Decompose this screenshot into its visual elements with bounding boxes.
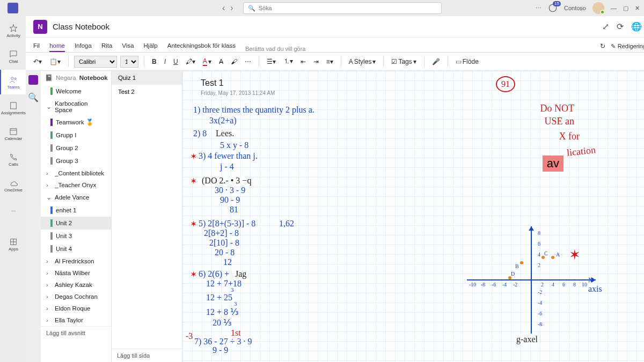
global-search[interactable]: 🔍 bbox=[243, 2, 442, 14]
user-avatar[interactable] bbox=[592, 2, 604, 14]
typed-q2[interactable]: Lees. bbox=[215, 129, 235, 138]
font-color-button[interactable]: A▾ bbox=[201, 56, 214, 68]
tags-button[interactable]: ☑ Tags▾ bbox=[389, 56, 418, 67]
section-unit2[interactable]: Unit 2 bbox=[41, 217, 111, 230]
section-group3[interactable]: Group 3 bbox=[41, 154, 111, 167]
ink-q6d: 12 + 25 bbox=[206, 293, 232, 302]
group-student-3[interactable]: ›Degas Cochran bbox=[41, 291, 111, 302]
sync-icon[interactable]: ↻ bbox=[600, 42, 605, 50]
align-button[interactable]: ≡▾ bbox=[324, 56, 335, 67]
close-window-icon[interactable]: ✕ bbox=[635, 5, 640, 12]
ink-q5b: 2[8+2] - 8 bbox=[204, 228, 239, 238]
add-section-button[interactable]: Lägg till avsnitt bbox=[41, 326, 111, 339]
svg-text:8: 8 bbox=[573, 282, 576, 287]
flow-button[interactable]: ▭ Flöde bbox=[453, 56, 481, 67]
rail-apps[interactable]: Apps bbox=[0, 232, 26, 256]
clear-format-button[interactable]: A̶ bbox=[217, 56, 225, 67]
dictate-button[interactable]: 🎤 bbox=[430, 56, 442, 67]
group-karbocation[interactable]: ⌄Karbocation Space bbox=[41, 98, 111, 116]
rail-calendar[interactable]: Calendar bbox=[0, 121, 26, 146]
typed-q4[interactable]: (DO 2.- • 3 −q bbox=[201, 176, 252, 186]
editing-mode-button[interactable]: ✎ Redigering bbox=[611, 43, 644, 50]
clipboard-button[interactable]: 📋▾ bbox=[47, 56, 63, 67]
more-font-button[interactable]: ⋯ bbox=[243, 56, 253, 67]
highlight-button[interactable]: 🖍▾ bbox=[184, 56, 197, 67]
ink-q6g: 20 ⅓ bbox=[213, 317, 232, 328]
forward-icon[interactable]: › bbox=[230, 3, 233, 13]
rail-calls[interactable]: Calls bbox=[0, 147, 26, 172]
rail-assignments[interactable]: Assignments bbox=[0, 95, 26, 120]
maximize-icon[interactable]: ▢ bbox=[623, 5, 628, 12]
tab-help[interactable]: Hjälp bbox=[144, 42, 158, 52]
cross-icon-4: ✶ bbox=[190, 269, 197, 279]
svg-text:-4: -4 bbox=[502, 282, 507, 287]
refresh-icon[interactable]: ⟳ bbox=[617, 21, 624, 32]
tab-home[interactable]: home bbox=[49, 42, 65, 52]
tab-classnotebook[interactable]: Anteckningsbok för klass bbox=[167, 42, 236, 52]
section-group2[interactable]: Group 2 bbox=[41, 142, 111, 154]
highlight-text[interactable]: av bbox=[543, 156, 564, 172]
section-teamwork[interactable]: Teamwork 🏅 bbox=[41, 116, 111, 129]
typed-q6[interactable]: Jag bbox=[234, 269, 247, 279]
group-student-1[interactable]: ›Nästa Wilber bbox=[41, 267, 111, 279]
section-welcome[interactable]: Welcome bbox=[41, 85, 111, 98]
rail-chat[interactable]: Chat bbox=[0, 44, 26, 69]
undo-button[interactable]: ↶▾ bbox=[31, 56, 44, 67]
section-unit3[interactable]: Unit 3 bbox=[41, 230, 111, 242]
search-icon: 🔍 bbox=[248, 5, 255, 12]
tab-view[interactable]: Visa bbox=[122, 42, 134, 52]
rail-teams[interactable]: Teams bbox=[0, 70, 26, 94]
tell-me[interactable]: Berätta vad du vill göra bbox=[245, 46, 306, 52]
group-student-0[interactable]: ›Al Fredrickson bbox=[41, 255, 111, 267]
teams-logo-icon bbox=[8, 3, 18, 13]
gaxis-label: g-axel bbox=[515, 335, 539, 344]
tab-draw[interactable]: Rita bbox=[101, 42, 112, 52]
rail-onedrive[interactable]: OneDrive bbox=[0, 173, 26, 197]
rail-more[interactable]: ⋯ bbox=[0, 198, 26, 223]
font-size-select[interactable]: 17 bbox=[120, 56, 138, 68]
svg-text:C: C bbox=[544, 250, 548, 256]
notifications-icon[interactable]: 15 bbox=[548, 3, 558, 13]
search-input[interactable] bbox=[259, 5, 437, 11]
tab-insert[interactable]: Infoga bbox=[75, 42, 92, 52]
more-icon[interactable]: ⋯ bbox=[536, 5, 541, 12]
add-page-button[interactable]: Lägg till sida bbox=[112, 349, 182, 362]
svg-point-1 bbox=[11, 77, 14, 79]
section-unit1[interactable]: enhet 1 bbox=[41, 204, 111, 217]
page-quiz1[interactable]: Quiz 1 bbox=[112, 71, 182, 85]
page-test2[interactable]: Test 2 bbox=[112, 85, 182, 99]
group-student-5[interactable]: ›Ella Taylor bbox=[41, 314, 111, 326]
bold-button[interactable]: B bbox=[150, 56, 159, 67]
notebook-selector[interactable]: 📓 Negara Notebook bbox=[41, 71, 111, 85]
svg-text:A: A bbox=[556, 252, 560, 257]
popout-icon[interactable]: ⤢ bbox=[602, 21, 609, 32]
outdent-button[interactable]: ⇤ bbox=[298, 56, 308, 67]
group-teacher[interactable]: ›_Teacher Onyx bbox=[41, 179, 111, 191]
svg-point-30 bbox=[520, 261, 523, 264]
rail-activity[interactable]: Activity bbox=[0, 18, 26, 43]
notification-count: 15 bbox=[553, 1, 561, 6]
globe-icon[interactable]: 🌐 bbox=[631, 21, 642, 32]
group-student-2[interactable]: ›Ashley Kazak bbox=[41, 279, 111, 291]
styles-button[interactable]: A Styles▾ bbox=[347, 56, 378, 67]
font-family-select[interactable]: Calibri bbox=[74, 56, 117, 68]
group-adele[interactable]: ⌄Adele Vance bbox=[41, 191, 111, 204]
page-canvas[interactable]: Test 1 Friday, May 17, 2013 11:24 AM 91 … bbox=[182, 71, 644, 362]
group-content-lib[interactable]: ›_Content bibliotek bbox=[41, 167, 111, 179]
search-sections-icon[interactable]: 🔍 bbox=[28, 92, 39, 102]
svg-text:2: 2 bbox=[538, 262, 540, 268]
indent-button[interactable]: ⇥ bbox=[311, 56, 321, 67]
minimize-icon[interactable]: — bbox=[611, 5, 617, 11]
underline-button[interactable]: U bbox=[171, 56, 180, 67]
tab-file[interactable]: Fil bbox=[33, 42, 40, 52]
numbering-button[interactable]: ⒈▾ bbox=[281, 55, 295, 68]
bullets-button[interactable]: ☰▾ bbox=[265, 56, 278, 67]
group-student-4[interactable]: ›Eldon Roque bbox=[41, 302, 111, 314]
sections-icon[interactable] bbox=[28, 75, 38, 85]
back-icon[interactable]: ‹ bbox=[222, 3, 225, 13]
format-painter-button[interactable]: 🖌 bbox=[229, 56, 239, 67]
page-title[interactable]: Test 1 bbox=[201, 78, 224, 88]
italic-button[interactable]: I bbox=[162, 56, 168, 67]
section-grupp1[interactable]: Grupp I bbox=[41, 129, 111, 142]
section-unit4[interactable]: Unit 4 bbox=[41, 242, 111, 255]
